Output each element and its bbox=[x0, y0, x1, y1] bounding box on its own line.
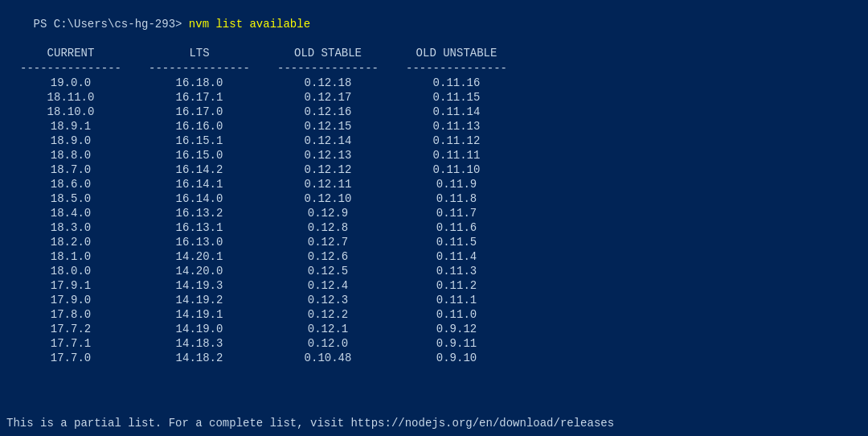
table-row: 18.8.016.15.00.12.130.11.11 bbox=[6, 148, 862, 162]
table-cell: 16.15.0 bbox=[135, 149, 264, 162]
table-cell: 0.12.13 bbox=[264, 149, 392, 162]
table-cell: 0.12.11 bbox=[264, 178, 392, 191]
table-cell: 0.11.10 bbox=[392, 163, 521, 176]
table-header: CURRENTLTSOLD STABLEOLD UNSTABLE bbox=[6, 45, 862, 61]
table-cell: 14.19.2 bbox=[135, 294, 264, 306]
table-cell: 0.11.16 bbox=[392, 76, 521, 89]
column-divider: --------------- bbox=[135, 62, 264, 75]
table-cell: 0.11.11 bbox=[392, 149, 521, 162]
table-cell: 0.12.0 bbox=[264, 337, 392, 350]
table-row: 17.7.114.18.30.12.00.9.11 bbox=[6, 336, 862, 351]
terminal-window: PS C:\Users\cs-hg-293> nvm list availabl… bbox=[0, 0, 868, 436]
column-header: OLD STABLE bbox=[264, 47, 392, 60]
column-divider: --------------- bbox=[264, 62, 392, 75]
table-cell: 0.12.8 bbox=[264, 221, 392, 234]
command-text: nvm list available bbox=[189, 18, 310, 31]
table-cell: 0.11.5 bbox=[392, 236, 521, 249]
table-cell: 18.10.0 bbox=[6, 105, 135, 118]
table-cell: 16.13.2 bbox=[135, 207, 264, 220]
table-cell: 0.12.14 bbox=[264, 134, 392, 147]
table-row: 18.3.016.13.10.12.80.11.6 bbox=[6, 220, 862, 235]
table-cell: 17.7.2 bbox=[6, 323, 135, 335]
table-cell: 17.8.0 bbox=[6, 308, 135, 321]
table-cell: 0.11.12 bbox=[392, 134, 521, 147]
table-cell: 0.12.7 bbox=[264, 236, 392, 249]
table-cell: 14.18.2 bbox=[135, 352, 264, 364]
table-cell: 0.11.13 bbox=[392, 120, 521, 133]
table-cell: 0.12.16 bbox=[264, 105, 392, 118]
table-row: 18.0.014.20.00.12.50.11.3 bbox=[6, 264, 862, 278]
table-cell: 0.12.2 bbox=[264, 308, 392, 321]
table-cell: 14.20.0 bbox=[135, 265, 264, 278]
table-row: 18.1.014.20.10.12.60.11.4 bbox=[6, 249, 862, 264]
table-cell: 0.12.6 bbox=[264, 250, 392, 263]
table-cell: 16.14.1 bbox=[135, 178, 264, 191]
table-cell: 16.14.2 bbox=[135, 163, 264, 176]
table-row: 18.9.116.16.00.12.150.11.13 bbox=[6, 119, 862, 134]
table-cell: 0.12.15 bbox=[264, 120, 392, 133]
table-cell: 0.11.4 bbox=[392, 250, 521, 263]
table-row: 19.0.016.18.00.12.180.11.16 bbox=[6, 76, 862, 90]
table-row: 18.6.016.14.10.12.110.11.9 bbox=[6, 177, 862, 191]
table-row: 18.4.016.13.20.12.90.11.7 bbox=[6, 206, 862, 220]
table-cell: 0.12.4 bbox=[264, 279, 392, 292]
table-cell: 14.19.0 bbox=[135, 323, 264, 335]
table-row: 17.7.214.19.00.12.10.9.12 bbox=[6, 322, 862, 336]
table-cell: 18.2.0 bbox=[6, 236, 135, 249]
table-cell: 0.12.9 bbox=[264, 207, 392, 220]
table-cell: 18.3.0 bbox=[6, 221, 135, 234]
table-row: 17.9.114.19.30.12.40.11.2 bbox=[6, 278, 862, 293]
table-cell: 18.8.0 bbox=[6, 149, 135, 162]
table-cell: 0.11.3 bbox=[392, 265, 521, 278]
table-cell: 16.16.0 bbox=[135, 120, 264, 133]
table-cell: 14.19.3 bbox=[135, 279, 264, 292]
prompt-line: PS C:\Users\cs-hg-293> nvm list availabl… bbox=[0, 3, 868, 45]
table-cell: 16.17.1 bbox=[135, 91, 264, 104]
table-cell: 18.4.0 bbox=[6, 207, 135, 220]
divider-row: ----------------------------------------… bbox=[6, 61, 862, 76]
table-row: 17.9.014.19.20.12.30.11.1 bbox=[6, 293, 862, 307]
table-cell: 0.12.3 bbox=[264, 294, 392, 306]
table-row: 18.10.016.17.00.12.160.11.14 bbox=[6, 105, 862, 119]
table-cell: 19.0.0 bbox=[6, 76, 135, 89]
table-cell: 0.12.5 bbox=[264, 265, 392, 278]
column-header: OLD UNSTABLE bbox=[392, 47, 521, 60]
column-header: LTS bbox=[135, 47, 264, 60]
table-cell: 17.7.1 bbox=[6, 337, 135, 350]
table-cell: 14.19.1 bbox=[135, 308, 264, 321]
table-cell: 17.9.0 bbox=[6, 294, 135, 306]
table-row: 18.9.016.15.10.12.140.11.12 bbox=[6, 134, 862, 148]
table-cell: 14.20.1 bbox=[135, 250, 264, 263]
table-cell: 0.9.12 bbox=[392, 323, 521, 335]
table-row: 18.11.016.17.10.12.170.11.15 bbox=[6, 90, 862, 105]
footer-line: This is a partial list. For a complete l… bbox=[6, 417, 614, 430]
table-row: 18.2.016.13.00.12.70.11.5 bbox=[6, 235, 862, 249]
table-cell: 0.12.1 bbox=[264, 323, 392, 335]
table-cell: 0.11.2 bbox=[392, 279, 521, 292]
prompt-text: PS C:\Users\cs-hg-293> bbox=[34, 18, 189, 31]
table-cell: 18.5.0 bbox=[6, 192, 135, 205]
table-body: 19.0.016.18.00.12.180.11.1618.11.016.17.… bbox=[6, 76, 862, 365]
table-row: 17.7.014.18.20.10.480.9.10 bbox=[6, 351, 862, 365]
table-cell: 0.11.8 bbox=[392, 192, 521, 205]
table-cell: 16.18.0 bbox=[135, 76, 264, 89]
column-header: CURRENT bbox=[6, 47, 135, 60]
table-cell: 14.18.3 bbox=[135, 337, 264, 350]
table-cell: 17.7.0 bbox=[6, 352, 135, 364]
column-divider: --------------- bbox=[392, 62, 521, 75]
table-row: 17.8.014.19.10.12.20.11.0 bbox=[6, 307, 862, 322]
table-cell: 16.17.0 bbox=[135, 105, 264, 118]
table-cell: 16.15.1 bbox=[135, 134, 264, 147]
table-cell: 0.11.15 bbox=[392, 91, 521, 104]
table-cell: 18.6.0 bbox=[6, 178, 135, 191]
table-cell: 0.11.0 bbox=[392, 308, 521, 321]
table-cell: 0.11.14 bbox=[392, 105, 521, 118]
table-cell: 16.13.1 bbox=[135, 221, 264, 234]
table-cell: 18.9.1 bbox=[6, 120, 135, 133]
table-row: 18.5.016.14.00.12.100.11.8 bbox=[6, 191, 862, 206]
table-cell: 0.11.7 bbox=[392, 207, 521, 220]
table-cell: 0.11.6 bbox=[392, 221, 521, 234]
table-cell: 0.12.18 bbox=[264, 76, 392, 89]
table-cell: 17.9.1 bbox=[6, 279, 135, 292]
table-container: CURRENTLTSOLD STABLEOLD UNSTABLE -------… bbox=[0, 45, 868, 365]
